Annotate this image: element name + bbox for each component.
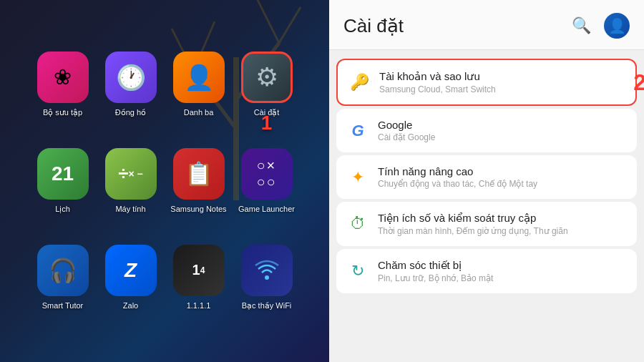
tai-khoan-title: Tài khoản và sao lưu [379, 70, 624, 83]
digital-wellbeing-icon: ⏱ [348, 215, 368, 233]
app-label-bo-suu-tap: Bộ sưu tập [43, 107, 82, 117]
right-panel: Cài đặt 🔍 👤 🔑 Tài khoản và sao lưu Samsu… [329, 0, 644, 362]
app-icon-bac-thay-wifi [241, 245, 293, 296]
svg-line-5 [258, 0, 279, 43]
app-item-lich[interactable]: 21 Lịch [31, 134, 95, 228]
app-item-smart-tutor[interactable]: 🎧 Smart Tutor [31, 231, 95, 324]
tien-ich-text: Tiện ích số và kiểm soát truy cập Thời g… [378, 212, 625, 236]
tinh-nang-subtitle: Chuyển động và thao tác, Chế độ Một tay [378, 179, 625, 189]
app-icon-game-launcher: ○×○○ [241, 148, 293, 200]
app-icon-bo-suu-tap: ❀ [37, 52, 89, 103]
tai-khoan-text: Tài khoản và sao lưu Samsung Cloud, Smar… [379, 70, 624, 94]
app-icon-smart-tutor: 🎧 [37, 245, 89, 296]
app-item-may-tinh[interactable]: ÷× − Máy tính [99, 134, 163, 228]
google-title: Google [378, 119, 625, 131]
header-icons: 🔍 👤 [572, 13, 630, 39]
app-icon-lich: 21 [37, 148, 89, 200]
tien-ich-subtitle: Thời gian màn hình, Đếm giờ ứng dụng, Th… [378, 226, 625, 236]
tinh-nang-title: Tính năng nâng cao [378, 165, 625, 177]
tai-khoan-subtitle: Samsung Cloud, Smart Switch [379, 84, 624, 94]
step-2-label: 2 [633, 69, 644, 96]
app-item-cai-dat[interactable]: ⚙ Cài đặt 1 [235, 38, 299, 131]
app-item-1111[interactable]: 14 1.1.1.1 [167, 231, 231, 324]
app-grid: ❀ Bộ sưu tập 🕐 Đồng hồ 👤 Danh ba ⚙ Cài đ… [31, 38, 299, 324]
app-label-game-launcher: Game Launcher [238, 204, 295, 214]
device-care-icon: ↻ [348, 262, 368, 280]
tinh-nang-text: Tính năng nâng cao Chuyển động và thao t… [378, 165, 625, 189]
settings-item-tinh-nang[interactable]: ✦ Tính năng nâng cao Chuyển động và thao… [336, 155, 637, 199]
app-label-zalo: Zalo [123, 300, 138, 310]
app-icon-zalo: Z [105, 245, 157, 296]
cham-soc-subtitle: Pin, Lưu trữ, Bộ nhớ, Bảo mật [378, 273, 625, 283]
left-panel: ❀ Bộ sưu tập 🕐 Đồng hồ 👤 Danh ba ⚙ Cài đ… [0, 0, 329, 362]
app-item-samsung-notes[interactable]: 📋 Samsung Notes [167, 134, 231, 228]
app-label-danh-ba: Danh ba [184, 107, 214, 117]
settings-title: Cài đặt [343, 15, 404, 37]
step-1-label: 1 [261, 112, 273, 134]
app-label-smart-tutor: Smart Tutor [42, 300, 83, 310]
settings-list: 🔑 Tài khoản và sao lưu Samsung Cloud, Sm… [329, 50, 644, 362]
app-label-bac-thay-wifi: Bạc thầy WiFi [242, 300, 292, 310]
app-label-lich: Lịch [55, 204, 70, 214]
key-icon: 🔑 [349, 73, 369, 92]
settings-item-tai-khoan[interactable]: 🔑 Tài khoản và sao lưu Samsung Cloud, Sm… [336, 59, 637, 106]
app-icon-may-tinh: ÷× − [105, 148, 157, 200]
app-item-dong-ho[interactable]: 🕐 Đồng hồ [99, 38, 163, 131]
app-item-game-launcher[interactable]: ○×○○ Game Launcher [235, 134, 299, 228]
advanced-icon: ✦ [348, 168, 368, 187]
app-label-1111: 1.1.1.1 [187, 300, 211, 310]
profile-avatar[interactable]: 👤 [604, 13, 630, 39]
app-icon-samsung-notes: 📋 [173, 148, 225, 200]
app-icon-cai-dat: ⚙ [241, 52, 293, 103]
app-icon-danh-ba: 👤 [173, 52, 225, 103]
settings-item-cham-soc[interactable]: ↻ Chăm sóc thiết bị Pin, Lưu trữ, Bộ nhớ… [336, 249, 637, 293]
app-label-may-tinh: Máy tính [115, 204, 145, 214]
app-item-bo-suu-tap[interactable]: ❀ Bộ sưu tập [31, 38, 95, 131]
settings-item-tien-ich[interactable]: ⏱ Tiện ích số và kiểm soát truy cập Thời… [336, 202, 637, 246]
settings-header: Cài đặt 🔍 👤 [329, 0, 644, 50]
cham-soc-title: Chăm sóc thiết bị [378, 259, 625, 272]
cham-soc-text: Chăm sóc thiết bị Pin, Lưu trữ, Bộ nhớ, … [378, 259, 625, 283]
app-icon-dong-ho: 🕐 [105, 52, 157, 103]
google-subtitle: Cài đặt Google [378, 132, 625, 142]
app-item-danh-ba[interactable]: 👤 Danh ba [167, 38, 231, 131]
app-item-bac-thay-wifi[interactable]: Bạc thầy WiFi [235, 231, 299, 324]
svg-point-7 [265, 275, 269, 280]
google-text: Google Cài đặt Google [378, 119, 625, 142]
app-item-zalo[interactable]: Z Zalo [99, 231, 163, 324]
app-label-samsung-notes: Samsung Notes [170, 204, 226, 214]
app-icon-1111: 14 [173, 245, 225, 296]
settings-item-google[interactable]: G Google Cài đặt Google [336, 109, 637, 152]
google-icon: G [348, 122, 368, 140]
search-icon[interactable]: 🔍 [572, 16, 591, 35]
tien-ich-title: Tiện ích số và kiểm soát truy cập [378, 212, 625, 225]
app-label-dong-ho: Đồng hồ [115, 107, 146, 117]
